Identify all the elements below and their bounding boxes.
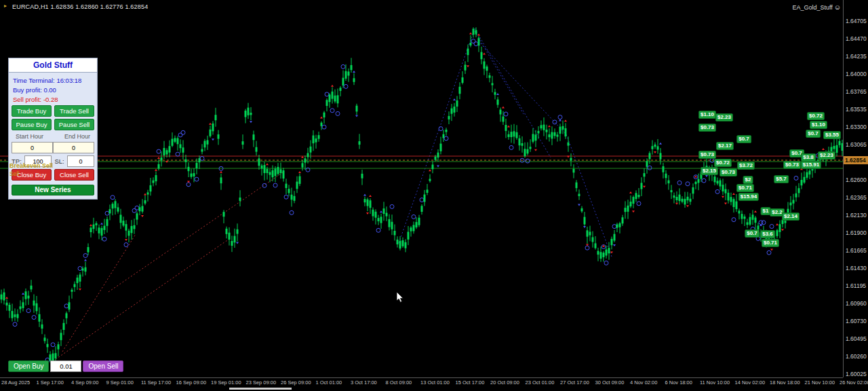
price-axis-label: 1.62365 (846, 194, 867, 201)
profit-badge: $0.73 (783, 161, 801, 169)
candles (1, 27, 844, 370)
start-hour-input[interactable] (12, 142, 53, 153)
time-axis-label: 11 Nov 10:00 (700, 379, 730, 386)
breakeven-sell-label: Breakeven Sell (9, 162, 53, 169)
time-axis-label: 11 Sep 17:00 (141, 379, 171, 386)
profit-badge: $1.10 (810, 121, 827, 129)
time-axis-label: 26 Nov 02:00 (840, 379, 868, 386)
time-axis-label: 19 Sep 01:00 (211, 379, 241, 386)
price-axis-label: 1.64000 (846, 71, 867, 77)
time-axis-label: 8 Oct 09:00 (386, 379, 412, 386)
profit-badge: $2.23 (715, 113, 733, 122)
profit-badge: $0.73 (698, 151, 716, 159)
time-axis-label: 21 Nov 10:00 (805, 379, 835, 386)
pause-sell-button[interactable]: Pause Sell (54, 119, 94, 130)
price-axis-label: 1.64470 (846, 35, 867, 42)
price-axis-label: 1.60960 (846, 300, 867, 307)
price-axis-label: 1.60730 (846, 318, 867, 324)
time-axis-label: 30 Oct 09:00 (595, 379, 625, 386)
price-axis-label: 1.61900 (846, 229, 867, 236)
profit-badge: $3.6 (760, 230, 775, 238)
sl-label: SL: (54, 157, 64, 165)
profit-badge: $0.72 (807, 112, 825, 120)
mt4-chart-window: ▸ EURCAD,H1 1.62836 1.62860 1.62776 1.62… (0, 0, 868, 391)
horizontal-scrollbar[interactable] (229, 388, 292, 390)
time-axis-label: 1 Sep 17:00 (37, 379, 64, 386)
current-price-badge: 1.62854 (844, 156, 868, 164)
chart-symbol-title: EURCAD,H1 1.62836 1.62860 1.62776 1.6285… (12, 3, 148, 10)
time-axis-label: 26 Sep 09:00 (281, 379, 311, 386)
time-axis-label: 3 Oct 17:00 (351, 379, 377, 386)
ea-name-label: EA_Gold_Stuff☺ (792, 3, 841, 11)
new-series-button[interactable]: New Series (12, 185, 94, 196)
time-axis-label: 1 Oct 01:00 (316, 379, 342, 386)
price-axis-label: 1.63065 (846, 141, 867, 148)
time-axis-label: 4 Sep 09:00 (71, 379, 98, 386)
time-axis-label: 23 Sep 09:00 (246, 379, 277, 386)
time-axis-label: 9 Sep 01:00 (106, 379, 134, 386)
time-axis-label: 15 Oct 17:00 (456, 379, 485, 386)
open-sell-button[interactable]: Open Sell (83, 360, 123, 372)
profit-badge: $3.55 (823, 131, 841, 139)
price-axis-label: 1.62130 (846, 212, 867, 219)
profit-badge: $2.17 (716, 142, 734, 150)
time-axis-label: 27 Oct 17:00 (560, 379, 589, 386)
time-terminal-label: Time Terminal: 16:03:18 (13, 77, 94, 84)
profit-badge: $2 (743, 176, 753, 184)
candlestick-chart[interactable] (0, 0, 843, 377)
time-axis-label: 4 Nov 02:00 (630, 379, 657, 386)
profit-badge: $0.7 (806, 130, 821, 138)
price-axis-label: 1.63300 (846, 124, 867, 130)
price-axis-label: 1.61195 (846, 282, 866, 289)
price-axis-label: 1.64705 (846, 18, 867, 24)
end-hour-input[interactable] (53, 142, 94, 153)
profit-badge: $2.23 (818, 151, 835, 160)
price-axis-label: 1.64235 (846, 53, 867, 60)
price-axis-label: 1.63765 (846, 88, 867, 95)
pause-buy-button[interactable]: Pause Buy (12, 119, 52, 130)
time-axis-label: 18 Nov 18:00 (770, 379, 800, 386)
end-hour-label: End Hour (64, 133, 90, 140)
profit-badge: $15.91 (801, 161, 821, 169)
sl-input[interactable] (67, 155, 94, 167)
profit-badge: $0.71 (736, 184, 754, 192)
price-axis-label: 1.60025 (846, 371, 867, 377)
price-axis[interactable]: 1.647051.644701.642351.640001.637651.635… (843, 0, 868, 377)
time-axis-label: 6 Nov 18:00 (665, 379, 692, 386)
sell-profit-label: Sell profit: -0.28 (13, 96, 94, 103)
order-bar: Open Buy Open Sell (8, 360, 123, 372)
start-hour-label: Start Hour (16, 133, 43, 140)
time-axis-label: 16 Sep 09:00 (176, 379, 207, 386)
price-axis-label: 1.63535 (846, 106, 867, 113)
time-axis-label: 14 Nov 02:00 (735, 379, 766, 386)
time-axis-label: 23 Oct 01:00 (526, 379, 555, 386)
profit-badge: $0.73 (698, 124, 716, 132)
profit-badge: $0.72 (714, 159, 732, 167)
panel-title[interactable]: Gold Stuff (8, 58, 98, 72)
lot-size-input[interactable] (50, 360, 81, 372)
close-sell-button[interactable]: Close Sell (54, 169, 94, 181)
price-axis-label: 1.61430 (846, 265, 867, 272)
profit-badge: $2.15 (701, 167, 718, 175)
profit-badge: $2.14 (782, 212, 800, 221)
trade-sell-button[interactable]: Trade Sell (54, 105, 94, 117)
profit-badge: $0.7 (736, 135, 751, 143)
profit-badge: $0.73 (719, 168, 737, 176)
time-axis-label: 28 Aug 2025 (1, 379, 30, 386)
profit-badge: $0.71 (762, 239, 779, 247)
mouse-cursor (396, 292, 406, 304)
time-axis[interactable]: 28 Aug 20251 Sep 17:004 Sep 09:009 Sep 0… (0, 377, 843, 388)
panel-body: Time Terminal: 16:03:18 Buy profit: 0.00… (8, 72, 98, 200)
time-axis-label: 13 Oct 01:00 (420, 379, 450, 386)
ea-smiley-icon[interactable]: ☺ (834, 3, 841, 11)
trade-buy-button[interactable]: Trade Buy (12, 105, 52, 117)
open-buy-button[interactable]: Open Buy (8, 360, 49, 372)
profit-badge: $3.72 (737, 162, 755, 170)
profit-badge: $5.7 (774, 175, 789, 183)
sell-line-label: Sell (9, 170, 19, 177)
gold-stuff-panel: Gold Stuff Time Terminal: 16:03:18 Buy p… (8, 58, 98, 200)
profit-badge: $0.7 (745, 229, 760, 238)
price-axis-label: 1.62600 (846, 176, 867, 183)
profit-badge: $15.94 (738, 193, 759, 201)
price-axis-label: 1.60495 (846, 335, 867, 342)
